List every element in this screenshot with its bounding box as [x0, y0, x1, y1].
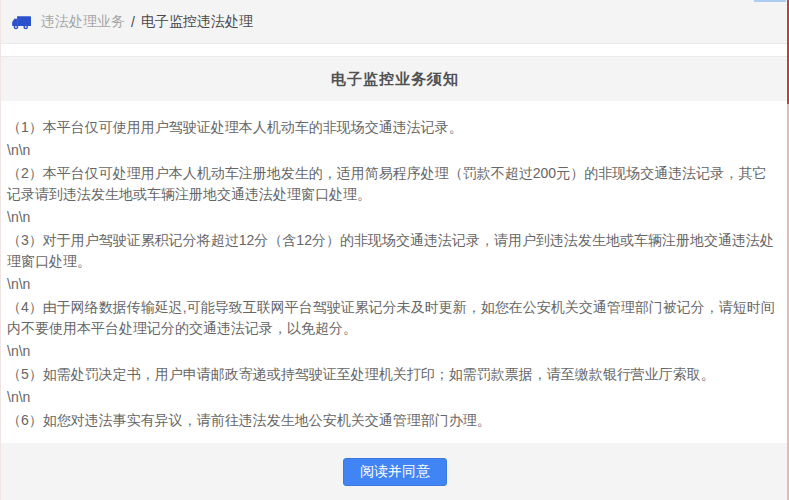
page-title: 电子监控业务须知: [331, 70, 459, 89]
notice-break-line: \n\n: [7, 207, 775, 228]
notice-paragraph: （6）如您对违法事实有异议，请前往违法发生地公安机关交通管理部门办理。: [7, 410, 775, 431]
breadcrumb-separator: /: [131, 14, 135, 30]
notice-break-line: \n\n: [7, 341, 775, 362]
notice-paragraph: （2）本平台仅可处理用户本人机动车注册地发生的，适用简易程序处理（罚款不超过20…: [7, 163, 775, 205]
notice-paragraph: （5）如需处罚决定书，用户申请邮政寄递或持驾驶证至处理机关打印；如需罚款票据，请…: [7, 364, 775, 385]
truck-icon: [11, 13, 33, 31]
notice-break-line: \n\n: [7, 140, 775, 161]
notice-break-line: \n\n: [7, 274, 775, 295]
notice-paragraph: （3）对于用户驾驶证累积记分将超过12分（含12分）的非现场交通违法记录，请用户…: [7, 230, 775, 272]
breadcrumb-current: 电子监控违法处理: [141, 13, 253, 31]
page: 违法处理业务 / 电子监控违法处理 电子监控业务须知 （1）本平台仅可使用用户驾…: [0, 0, 789, 500]
notice-paragraph: （1）本平台仅可使用用户驾驶证处理本人机动车的非现场交通违法记录。: [7, 117, 775, 138]
notice-body: （1）本平台仅可使用用户驾驶证处理本人机动车的非现场交通违法记录。\n\n（2）…: [1, 101, 789, 443]
top-edge-highlight: [754, 0, 786, 2]
notice-panel-header: 电子监控业务须知: [1, 57, 789, 101]
breadcrumb-section[interactable]: 违法处理业务: [41, 13, 125, 31]
agree-button[interactable]: 阅读并同意: [343, 458, 447, 486]
breadcrumb: 违法处理业务 / 电子监控违法处理: [41, 13, 253, 31]
notice-panel: 电子监控业务须知 （1）本平台仅可使用用户驾驶证处理本人机动车的非现场交通违法记…: [1, 56, 789, 500]
notice-footer: 阅读并同意: [1, 443, 789, 500]
breadcrumb-bar: 违法处理业务 / 电子监控违法处理: [1, 0, 789, 44]
notice-paragraph: （4）由于网络数据传输延迟,可能导致互联网平台驾驶证累记分未及时更新，如您在公安…: [7, 297, 775, 339]
notice-break-line: \n\n: [7, 387, 775, 408]
